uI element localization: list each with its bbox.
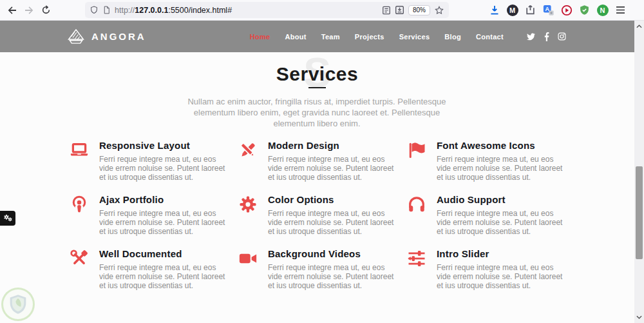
design-tools-icon [238, 141, 258, 160]
service-text: Ferri reque integre mea ut, eu eos vide … [437, 155, 569, 182]
page-info-icon[interactable] [102, 5, 111, 15]
service-text: Ferri reque integre mea ut, eu eos vide … [437, 263, 569, 290]
toolbar-extensions: M A N [488, 3, 627, 17]
scroll-down-button[interactable] [634, 313, 644, 322]
shield-leaf-watermark-icon [8, 294, 28, 315]
service-title: Audio Support [437, 194, 569, 205]
video-extension-button[interactable] [560, 3, 573, 17]
service-text: Ferri reque integre mea ut, eu eos vide … [99, 155, 232, 182]
service-item: Audio Support Ferri reque integre mea ut… [407, 194, 576, 237]
downloads-button[interactable] [488, 3, 501, 17]
chevron-down-icon [636, 315, 642, 319]
nav-link-services[interactable]: Services [399, 33, 430, 41]
service-title: Ajax Portfolio [99, 194, 232, 205]
service-item: Well Documented Ferri reque integre mea … [70, 248, 238, 291]
nav-link-team[interactable]: Team [321, 33, 340, 41]
nav-link-blog[interactable]: Blog [444, 33, 461, 41]
service-text: Ferri reque integre mea ut, eu eos vide … [437, 209, 569, 236]
service-item: Intro Slider Ferri reque integre mea ut,… [407, 248, 576, 291]
url-text[interactable]: http://127.0.0.1:5500/index.html# [115, 6, 378, 15]
extension-m-icon: M [507, 5, 518, 16]
scroll-up-button[interactable] [634, 22, 644, 31]
service-item: Color Options Ferri reque integre mea ut… [238, 194, 407, 237]
headphones-icon [407, 195, 426, 214]
browser-toolbar: http://127.0.0.1:5500/index.html# 80% M … [0, 0, 644, 21]
laptop-icon [70, 141, 89, 160]
download-icon [489, 5, 500, 15]
service-text: Ferri reque integre mea ut, eu eos vide … [99, 263, 232, 290]
watermark-logo [1, 288, 35, 321]
translate-icon: A [543, 5, 554, 16]
nav-link-projects[interactable]: Projects [355, 33, 384, 41]
service-text: Ferri reque integre mea ut, eu eos vide … [99, 209, 232, 236]
podcast-icon [70, 195, 89, 214]
service-text: Ferri reque integre mea ut, eu eos vide … [268, 155, 401, 182]
vertical-scrollbar[interactable] [634, 21, 644, 323]
back-icon [7, 5, 17, 15]
brand-logo[interactable]: ANGORA [66, 29, 146, 44]
extension-m-button[interactable]: M [506, 3, 519, 17]
forward-button[interactable] [21, 2, 37, 19]
translate-extension-button[interactable]: A [542, 3, 555, 17]
angora-logo-icon [66, 29, 86, 44]
chevron-up-icon [636, 24, 642, 28]
zoom-level-indicator[interactable]: 80% [408, 5, 430, 15]
video-camera-icon [238, 249, 258, 268]
reader-mode-icon[interactable] [382, 6, 391, 15]
nav-links: Home About Team Projects Services Blog C… [250, 33, 504, 41]
service-title: Color Options [268, 194, 401, 205]
social-links [527, 32, 566, 41]
tracking-shield-icon[interactable] [90, 5, 99, 15]
facebook-icon[interactable] [542, 32, 551, 41]
service-item: Background Videos Ferri reque integre me… [238, 248, 407, 291]
page-title: Services [0, 63, 634, 85]
url-bar[interactable]: http://127.0.0.1:5500/index.html# 80% [85, 2, 449, 18]
nav-link-contact[interactable]: Contact [476, 33, 504, 41]
hamburger-menu-icon [616, 6, 625, 14]
flag-icon [407, 141, 426, 160]
twitter-icon[interactable] [527, 32, 535, 41]
play-circle-icon [561, 5, 573, 16]
nav-link-home[interactable]: Home [250, 33, 270, 41]
service-text: Ferri reque integre mea ut, eu eos vide … [268, 209, 401, 236]
reload-icon [41, 5, 51, 15]
reload-button[interactable] [37, 2, 54, 19]
forward-icon [24, 5, 34, 15]
cogs-icon [3, 214, 13, 222]
nav-link-about[interactable]: About [285, 33, 306, 41]
extension-page-arrow-icon [525, 5, 536, 15]
service-text: Ferri reque integre mea ut, eu eos vide … [268, 263, 401, 290]
service-item: Responsive Layout Ferri reque integre me… [70, 140, 238, 182]
menu-button[interactable] [614, 3, 627, 17]
adblock-extension-button[interactable] [578, 3, 591, 17]
extension-n-icon: N [597, 5, 609, 16]
url-protocol: http:// [115, 6, 135, 15]
theme-settings-button[interactable] [0, 211, 15, 226]
service-item: Ajax Portfolio Ferri reque integre mea u… [70, 194, 238, 237]
services-section: S Services Nullam ac enim auctor, fringi… [0, 52, 634, 323]
brand-name: ANGORA [91, 31, 146, 42]
service-item: Font Awesome Icons Ferri reque integre m… [407, 140, 576, 182]
service-title: Background Videos [268, 248, 401, 259]
url-path: :5500/index.html# [168, 6, 232, 15]
service-title: Responsive Layout [99, 140, 232, 151]
service-title: Well Documented [99, 248, 232, 259]
bookmark-star-icon[interactable] [434, 5, 444, 15]
site-navbar: ANGORA Home About Team Projects Services… [0, 21, 634, 52]
gear-icon [238, 195, 258, 214]
green-shield-icon [579, 5, 590, 15]
section-intro: Nullam ac enim auctor, fringilla risus a… [175, 96, 459, 129]
save-page-icon[interactable] [395, 5, 404, 15]
services-grid: Responsive Layout Ferri reque integre me… [70, 140, 578, 291]
extension-n-button[interactable]: N [596, 3, 609, 17]
browser-window: http://127.0.0.1:5500/index.html# 80% M … [0, 0, 644, 323]
extension-button-2[interactable] [524, 3, 537, 17]
back-button[interactable] [4, 2, 21, 19]
url-host: 127.0.0.1 [135, 6, 168, 15]
scrollbar-thumb[interactable] [636, 166, 643, 259]
service-title: Intro Slider [437, 248, 569, 259]
instagram-icon[interactable] [558, 32, 566, 41]
service-item: Modern Design Ferri reque integre mea ut… [238, 140, 407, 182]
service-title: Modern Design [268, 140, 401, 151]
title-underline [308, 87, 326, 88]
